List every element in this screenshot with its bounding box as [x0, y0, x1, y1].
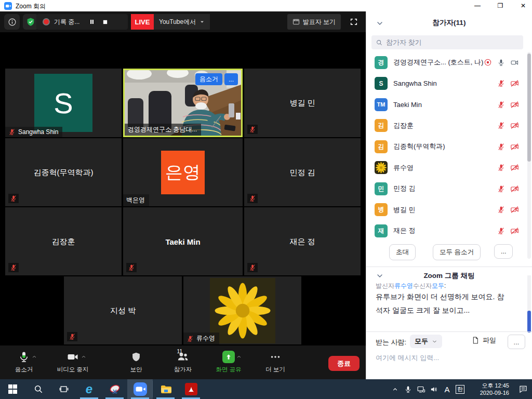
avatar: 은영 — [161, 151, 205, 194]
tray-ime-korean[interactable]: 한 — [454, 385, 467, 394]
taskbar-snipping-button[interactable] — [102, 379, 127, 399]
recording-indicator: 기록 중... — [36, 14, 128, 30]
info-icon — [8, 18, 17, 26]
meeting-info-button[interactable] — [4, 14, 20, 30]
muted-camera-icon — [510, 205, 519, 214]
end-meeting-button[interactable]: 종료 — [328, 356, 360, 371]
participants-scrollbar-thumb[interactable] — [527, 54, 531, 162]
chat-header: Zoom 그룹 채팅 — [366, 271, 532, 281]
muted-camera-icon — [510, 163, 519, 172]
sidebar-panel: 참가자(11) 참가자 찾기 경 경영경제연구소... (호스트, 나) S S… — [366, 11, 532, 379]
share-options-caret[interactable] — [236, 354, 242, 360]
restore-button[interactable]: ❐ — [491, 0, 509, 11]
youtube-stream-label: YouTube에서 — [159, 18, 196, 26]
chat-scrollbar-thumb[interactable] — [527, 311, 531, 332]
share-screen-button[interactable]: 화면 공유 — [208, 350, 249, 374]
tile-name: 경영경제연구소 충남대... — [128, 125, 197, 134]
more-button[interactable]: 더 보기 — [255, 350, 296, 374]
muted-mic-icon — [497, 164, 505, 171]
video-tile[interactable]: 김종혁(무역학과) — [5, 138, 122, 206]
taskbar-acrobat-button[interactable] — [178, 379, 204, 399]
taskbar-explorer-button[interactable] — [153, 379, 178, 399]
taskbar-search-button[interactable] — [25, 379, 51, 399]
participant-row[interactable]: 민 민정 김 — [366, 178, 526, 199]
tile-more-button[interactable]: ... — [224, 73, 238, 85]
recipient-dropdown[interactable]: 모두 — [410, 335, 442, 348]
chat-message-line: 석자 얼굴도 크게 잘 보이고... — [376, 306, 470, 315]
active-speaker-tile[interactable]: 음소거 ... 경영경제연구소 충남대... — [123, 69, 243, 137]
muted-mic-icon — [497, 206, 505, 214]
action-center-icon[interactable] — [514, 384, 532, 394]
more-dots-icon — [270, 351, 281, 363]
mute-options-caret[interactable] — [31, 354, 37, 360]
participants-header: 참가자(11) — [366, 18, 532, 28]
mute-label: 음소거 — [15, 366, 33, 374]
participant-search-input[interactable]: 참가자 찾기 — [371, 35, 523, 49]
video-tile[interactable]: 류수영 — [183, 276, 301, 344]
video-tile[interactable]: Taeki Min — [123, 207, 243, 275]
participant-row[interactable]: TM Taeki Min — [366, 94, 526, 115]
video-tile[interactable]: 병길 민 — [244, 69, 361, 137]
acrobat-icon — [185, 383, 197, 395]
participants-label: 참가자 — [174, 366, 192, 374]
close-button[interactable]: ✕ — [514, 0, 532, 11]
chat-more-button[interactable]: ... — [508, 335, 525, 349]
avatar: TM — [375, 98, 388, 111]
video-tile[interactable]: 은영 백은영 — [123, 138, 243, 206]
chat-compose-bar: 받는 사람: 모두 파일 ... — [366, 332, 532, 351]
mute-button[interactable]: 음소거 — [3, 350, 45, 374]
mute-participant-button[interactable]: 음소거 — [195, 73, 222, 85]
taskbar-ie-button[interactable]: e — [76, 379, 102, 399]
fullscreen-icon — [350, 18, 358, 26]
video-tile[interactable]: 김장훈 — [5, 207, 122, 275]
security-button[interactable]: 보안 — [115, 350, 157, 374]
tray-microphone-icon[interactable] — [402, 385, 415, 393]
chat-from-name[interactable]: 류수영 — [394, 282, 413, 289]
zoom-app-icon — [4, 2, 12, 10]
speaker-view-button[interactable]: 발표자 보기 — [287, 14, 341, 30]
avatar: 민 — [375, 182, 388, 195]
muted-mic-icon — [187, 335, 194, 342]
chat-to-name[interactable]: 모두 — [432, 282, 444, 289]
file-button[interactable]: 파일 — [471, 336, 496, 345]
tile-name: 민정 김 — [244, 167, 361, 177]
tray-ime-latin[interactable]: A — [441, 385, 454, 394]
participants-button[interactable]: 11 참가자 — [162, 350, 204, 374]
tray-chevron-icon[interactable] — [389, 386, 402, 393]
video-tile[interactable]: 민정 김 — [244, 138, 361, 206]
microphone-icon — [18, 351, 30, 363]
participant-row[interactable]: 재 재은 정 — [366, 220, 526, 241]
fullscreen-button[interactable] — [346, 14, 362, 30]
invite-button[interactable]: 초대 — [389, 244, 416, 260]
stop-video-button[interactable]: 비디오 중지 — [52, 350, 94, 374]
video-options-caret[interactable] — [81, 354, 87, 360]
zoom-meeting-window: Zoom 회의 — ❐ ✕ 기록 중... — [0, 0, 532, 399]
participant-row[interactable]: 김 김종혁(무역학과) — [366, 136, 526, 157]
taskbar-zoom-button[interactable] — [127, 379, 153, 399]
participant-row[interactable]: 김 김장훈 — [366, 115, 526, 136]
participant-row-host[interactable]: 경 경영경제연구소... (호스트, 나) — [366, 52, 526, 73]
youtube-stream-dropdown[interactable]: YouTube에서 — [154, 14, 210, 30]
start-button[interactable] — [0, 379, 25, 399]
mute-all-button[interactable]: 모두 음소거 — [433, 244, 481, 260]
taskbar-clock[interactable]: 오후 12:45 2020-09-16 — [471, 382, 509, 396]
message-input[interactable]: 여기에 메시지 입력... — [376, 353, 439, 363]
participant-row[interactable]: S Sangwha Shin — [366, 73, 526, 94]
avatar: S — [375, 77, 388, 90]
minimize-button[interactable]: — — [469, 0, 486, 11]
stop-recording-icon[interactable] — [102, 19, 108, 25]
tile-name: 류수영 — [196, 334, 215, 343]
participants-more-button[interactable]: ... — [494, 244, 513, 259]
window-title: Zoom 회의 — [16, 2, 46, 11]
participant-row[interactable]: 류수영 — [366, 157, 526, 178]
recording-dot-icon — [43, 18, 50, 25]
video-tile[interactable]: 재은 정 — [244, 207, 361, 275]
video-tile[interactable]: S Sangwha Shin — [5, 69, 122, 137]
participant-row[interactable]: 병 병길 민 — [366, 200, 526, 220]
video-tile[interactable]: 지성 박 — [64, 276, 182, 344]
task-view-button[interactable] — [51, 379, 76, 399]
pause-recording-icon[interactable] — [89, 19, 95, 25]
recipient-label: 받는 사람: — [376, 338, 406, 347]
tray-volume-icon[interactable] — [428, 385, 441, 394]
tray-network-icon[interactable] — [415, 385, 428, 394]
